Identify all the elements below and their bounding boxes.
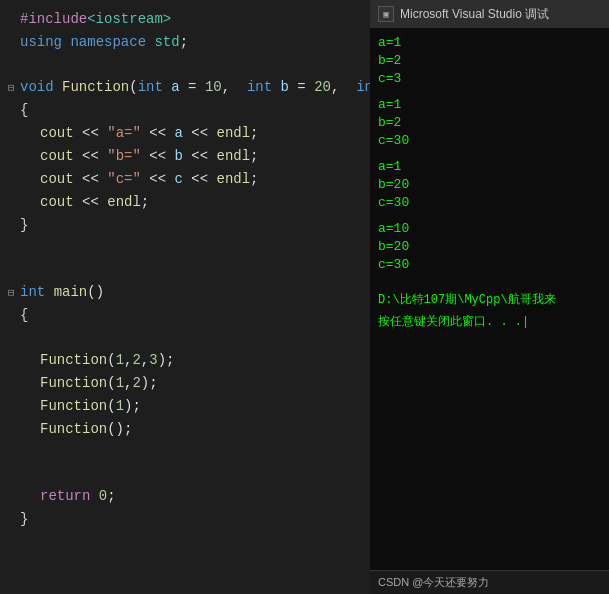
- int-c: int: [356, 76, 370, 98]
- fold-icon-main[interactable]: ⊟: [8, 282, 20, 304]
- call3: Function(1);: [0, 395, 370, 418]
- void-keyword: void: [20, 76, 54, 98]
- fold-placeholder: [8, 32, 20, 54]
- blank4: [378, 274, 601, 282]
- int-b: int: [247, 76, 272, 98]
- func-def-line: ⊟ void Function(int a = 10, int b = 20, …: [0, 76, 370, 99]
- path-line2: 按任意键关闭此窗口. . .|: [378, 314, 601, 330]
- using-keyword: using: [20, 31, 62, 53]
- output-b3: b=20: [378, 176, 601, 194]
- output-c2: c=30: [378, 132, 601, 150]
- blank-line5: [0, 441, 370, 463]
- terminal-footer: CSDN @今天还要努力: [370, 570, 609, 594]
- output-c1: c=3: [378, 70, 601, 88]
- main-brace-open: {: [0, 304, 370, 327]
- output-a3: a=1: [378, 158, 601, 176]
- blank-line4: [0, 327, 370, 349]
- std-name: std: [154, 31, 179, 53]
- output-b4: b=20: [378, 238, 601, 256]
- main-name: main: [54, 281, 88, 303]
- call4: Function();: [0, 418, 370, 441]
- blank-line3: [0, 259, 370, 281]
- output-a4: a=10: [378, 220, 601, 238]
- fold-placeholder: [8, 9, 20, 31]
- cout-b: cout << "b=" << b << endl;: [0, 145, 370, 168]
- brace-close: }: [0, 214, 370, 237]
- return-keyword: return: [40, 485, 90, 507]
- main-def-line: ⊟ int main(): [0, 281, 370, 304]
- fold-icon-func[interactable]: ⊟: [8, 77, 20, 99]
- terminal-icon: ▣: [378, 6, 394, 22]
- terminal-panel: ▣ Microsoft Visual Studio 调试 a=1 b=2 c=3…: [370, 0, 609, 594]
- blank3: [378, 212, 601, 220]
- output-c3: c=30: [378, 194, 601, 212]
- blank-line6: [0, 463, 370, 485]
- app-container: #include<iostream> using namespace std; …: [0, 0, 609, 594]
- return-line: return 0;: [0, 485, 370, 508]
- blank2: [378, 150, 601, 158]
- blank-line2: [0, 237, 370, 259]
- path-line1: D:\比特107期\MyCpp\航哥我来: [378, 292, 601, 308]
- terminal-body: a=1 b=2 c=3 a=1 b=2 c=30 a=1 b=20 c=30 a…: [370, 28, 609, 570]
- output-a2: a=1: [378, 96, 601, 114]
- footer-text: CSDN @今天还要努力: [378, 576, 489, 588]
- output-b1: b=2: [378, 52, 601, 70]
- int-a: int: [138, 76, 163, 98]
- terminal-title: Microsoft Visual Studio 调试: [400, 6, 549, 23]
- namespace-keyword: namespace: [70, 31, 146, 53]
- output-b2: b=2: [378, 114, 601, 132]
- blank1: [378, 88, 601, 96]
- code-line-1: #include<iostream>: [0, 8, 370, 31]
- int-keyword-main: int: [20, 281, 45, 303]
- output-a1: a=1: [378, 34, 601, 52]
- code-editor: #include<iostream> using namespace std; …: [0, 0, 370, 594]
- main-brace-close: }: [0, 508, 370, 531]
- brace-open: {: [0, 99, 370, 122]
- func-name: Function: [62, 76, 129, 98]
- cout-c: cout << "c=" << c << endl;: [0, 168, 370, 191]
- include-header: <iostream>: [87, 8, 171, 30]
- terminal-titlebar: ▣ Microsoft Visual Studio 调试: [370, 0, 609, 28]
- cout-a: cout << "a=" << a << endl;: [0, 122, 370, 145]
- call1: Function(1,2,3);: [0, 349, 370, 372]
- cout-endl: cout << endl;: [0, 191, 370, 214]
- include-keyword: #include: [20, 8, 87, 30]
- call2: Function(1,2);: [0, 372, 370, 395]
- blank-line: [0, 54, 370, 76]
- output-c4: c=30: [378, 256, 601, 274]
- code-line-2: using namespace std;: [0, 31, 370, 54]
